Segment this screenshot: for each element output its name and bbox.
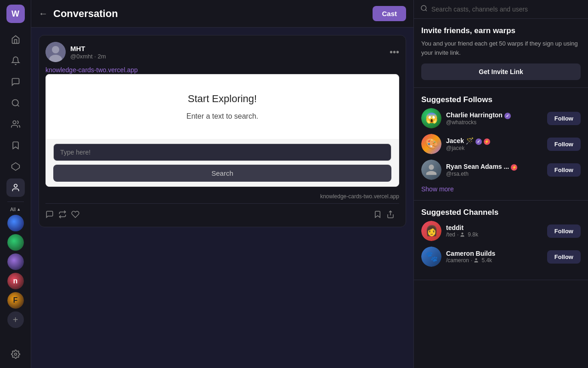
like-button[interactable] — [71, 208, 84, 220]
embed-card: Start Exploring! Enter a text to search.… — [45, 74, 399, 187]
channel-item: 👩 teddit /ted · 9.8k Follow — [421, 221, 581, 241]
suggested-avatar-charlie: 😱 — [421, 108, 441, 128]
lightning-badge: ⚡ — [511, 164, 517, 171]
follow-jacek-button[interactable]: Follow — [547, 138, 581, 151]
post-actions — [45, 203, 399, 220]
suggested-name: Charlie Harrington ✓ — [446, 111, 543, 119]
sidebar-all-label[interactable]: All ▲ — [10, 207, 21, 212]
post-handle: @0xmht · 2m — [70, 53, 390, 60]
embed-search-input[interactable] — [53, 144, 391, 161]
suggested-handle: @rsa.eth — [446, 171, 543, 177]
suggested-info-jacek: Jacek 🪄 ✓ ⚡ @jacek — [446, 137, 543, 151]
embed-search-area: Search — [46, 139, 399, 186]
sidebar-item-search[interactable] — [6, 94, 25, 112]
invite-panel: Invite friends, earn warps You and your … — [414, 19, 588, 88]
sidebar-settings[interactable] — [6, 345, 25, 363]
cast-button[interactable]: Cast — [373, 6, 406, 21]
avatar — [45, 42, 66, 62]
sidebar-channel-green[interactable] — [7, 234, 24, 251]
share-button[interactable] — [386, 208, 399, 220]
search-bar-icon — [420, 5, 428, 14]
sidebar-item-notifications[interactable] — [6, 52, 25, 70]
sidebar-item-people[interactable] — [6, 115, 25, 133]
post-header: MHT @0xmht · 2m ••• — [45, 42, 399, 62]
suggested-channels-title: Suggested Channels — [421, 208, 581, 217]
channel-info-cameron: Cameron Builds /cameron · 5.4k — [446, 250, 543, 264]
post-more-button[interactable]: ••• — [390, 47, 399, 58]
channel-meta: /ted · 9.8k — [446, 231, 543, 238]
channel-info-teddit: teddit /ted · 9.8k — [446, 224, 543, 238]
svg-point-0 — [12, 100, 18, 106]
post-link[interactable]: knowledge-cards-two.vercel.app — [45, 66, 138, 74]
post-meta: MHT @0xmht · 2m — [70, 45, 390, 60]
svg-line-11 — [425, 10, 427, 11]
app-logo[interactable]: W — [6, 5, 25, 23]
channel-item: 🐾 Cameron Builds /cameron · 5.4k Follow — [421, 247, 581, 267]
sidebar-channel-blue[interactable] — [7, 215, 24, 231]
svg-point-13 — [475, 259, 477, 260]
recast-button[interactable] — [58, 208, 71, 220]
comment-button[interactable] — [45, 208, 58, 220]
embed-footer: knowledge-cards-two.vercel.app — [45, 191, 399, 200]
sidebar-left: W All ▲ n F — [0, 0, 31, 368]
embed-inner: Start Exploring! Enter a text to search. — [46, 75, 399, 139]
sidebar-channel-orange[interactable]: F — [7, 292, 24, 309]
suggested-avatar-ryan — [421, 160, 441, 180]
follow-charlie-button[interactable]: Follow — [547, 112, 581, 125]
svg-point-10 — [421, 6, 426, 11]
suggested-follow-item: Ryan Sean Adams ... ⚡ @rsa.eth Follow — [421, 160, 581, 180]
suggested-follows-panel: Suggested Follows 😱 Charlie Harrington ✓… — [414, 88, 588, 201]
sidebar-item-profile[interactable] — [6, 178, 25, 197]
channel-name: Cameron Builds — [446, 250, 543, 257]
suggested-follow-item: 😱 Charlie Harrington ✓ @whatrocks Follow — [421, 108, 581, 128]
sidebar-item-bookmarks[interactable] — [6, 136, 25, 155]
svg-point-7 — [52, 46, 59, 53]
search-bar — [414, 0, 588, 19]
lightning-badge: ⚡ — [484, 138, 490, 145]
channel-avatar-teddit: 👩 — [421, 221, 441, 241]
suggested-info-charlie: Charlie Harrington ✓ @whatrocks — [446, 111, 543, 126]
show-more-button[interactable]: Show more — [421, 185, 581, 193]
sidebar-add-button[interactable]: + — [7, 311, 24, 328]
sidebar-item-messages[interactable] — [6, 73, 25, 91]
embed-search-button[interactable]: Search — [53, 165, 391, 182]
svg-point-5 — [14, 353, 17, 356]
bookmark-action-button[interactable] — [373, 208, 386, 220]
sidebar-right: Invite friends, earn warps You and your … — [413, 0, 588, 368]
suggested-follow-item: 🎨 Jacek 🪄 ✓ ⚡ @jacek Follow — [421, 134, 581, 154]
verified-badge: ✓ — [475, 138, 482, 145]
verified-badge: ✓ — [504, 113, 511, 119]
back-button[interactable]: ← — [39, 8, 48, 19]
suggested-name: Jacek 🪄 ✓ ⚡ — [446, 137, 543, 145]
sidebar-channel-red[interactable]: n — [7, 273, 24, 289]
sidebar-divider — [7, 201, 24, 202]
page-header: ← Conversation Cast — [31, 0, 413, 28]
svg-point-2 — [13, 121, 16, 124]
invite-subtitle: You and your friend each get 50 warps if… — [421, 39, 581, 57]
main-content: ← Conversation Cast — [31, 0, 413, 368]
svg-point-12 — [462, 233, 464, 235]
sidebar-channel-purple[interactable] — [7, 253, 24, 270]
suggested-handle: @whatrocks — [446, 119, 543, 126]
channel-meta: /cameron · 5.4k — [446, 257, 543, 264]
channel-name: teddit — [446, 224, 543, 231]
follow-ryan-button[interactable]: Follow — [547, 163, 581, 177]
suggested-follows-title: Suggested Follows — [421, 95, 581, 104]
follow-teddit-button[interactable]: Follow — [547, 224, 581, 238]
sidebar-item-diamond[interactable] — [6, 157, 25, 176]
channel-avatar-cameron: 🐾 — [421, 247, 441, 267]
follow-cameron-button[interactable]: Follow — [547, 250, 581, 264]
search-bar-input[interactable] — [431, 6, 582, 13]
svg-line-1 — [17, 105, 19, 107]
suggested-info-ryan: Ryan Sean Adams ... ⚡ @rsa.eth — [446, 163, 543, 177]
suggested-name: Ryan Sean Adams ... ⚡ — [446, 163, 543, 171]
suggested-channels-panel: Suggested Channels 👩 teddit /ted · 9.8k … — [414, 201, 588, 280]
svg-point-4 — [14, 184, 17, 188]
embed-subtitle: Enter a text to search. — [55, 112, 390, 121]
suggested-handle: @jacek — [446, 145, 543, 151]
feed-area: MHT @0xmht · 2m ••• knowledge-cards-two.… — [31, 28, 413, 368]
page-title: Conversation — [53, 8, 373, 20]
invite-button[interactable]: Get Invite Link — [421, 63, 581, 80]
sidebar-item-home[interactable] — [6, 30, 25, 49]
post-card: MHT @0xmht · 2m ••• knowledge-cards-two.… — [39, 35, 406, 227]
